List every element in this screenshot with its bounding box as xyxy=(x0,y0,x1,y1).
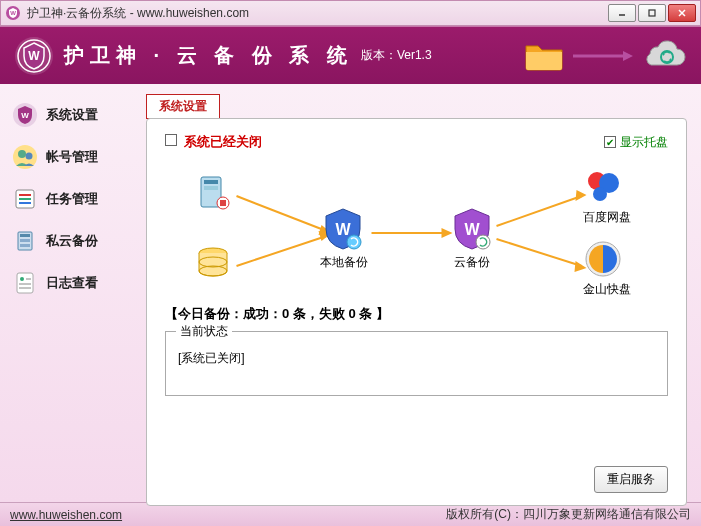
svg-line-40 xyxy=(497,239,582,266)
svg-rect-44 xyxy=(204,186,218,190)
svg-line-38 xyxy=(497,196,582,226)
svg-text:W: W xyxy=(21,111,29,120)
svg-point-51 xyxy=(347,235,361,249)
app-icon: W xyxy=(5,5,21,21)
system-status-text: 系统已经关闭 xyxy=(184,134,262,149)
sidebar-item-tasks[interactable]: 任务管理 xyxy=(6,178,136,220)
folder-icon xyxy=(523,40,565,72)
svg-rect-26 xyxy=(20,244,30,247)
sidebar-item-account[interactable]: 帐号管理 xyxy=(6,136,136,178)
tray-checkbox[interactable]: ✔ xyxy=(604,136,616,148)
footer-copyright: 版权所有(C)：四川万象更新网络通信有限公司 xyxy=(446,506,691,523)
local-backup-label: 本地备份 xyxy=(320,254,368,271)
maximize-button[interactable] xyxy=(638,4,666,22)
svg-text:W: W xyxy=(10,10,16,16)
baidu-node: 百度网盘 xyxy=(583,167,631,226)
app-title: 护卫神 · 云 备 份 系 统 xyxy=(64,42,353,69)
server-icon xyxy=(12,228,38,254)
svg-marker-10 xyxy=(623,51,633,61)
sidebar-item-logs[interactable]: 日志查看 xyxy=(6,262,136,304)
svg-rect-25 xyxy=(20,239,30,242)
cloud-backup-label: 云备份 xyxy=(449,254,495,271)
minimize-button[interactable] xyxy=(608,4,636,22)
cloud-icon xyxy=(641,39,687,73)
jinshan-node: 金山快盘 xyxy=(583,239,631,298)
status-box: 当前状态 [系统已关闭] xyxy=(165,331,668,396)
header-banner: W 护卫神 · 云 备 份 系 统 版本：Ver1.3 xyxy=(0,26,701,84)
window-title: 护卫神·云备份系统 - www.huweishen.com xyxy=(27,5,608,22)
main-area: W 系统设置 帐号管理 任务管理 私云备份 日志查看 系统设置 系统已经关闭 xyxy=(0,84,701,502)
show-tray-label: 显示托盘 xyxy=(620,134,668,151)
svg-rect-3 xyxy=(649,10,655,16)
baidu-label: 百度网盘 xyxy=(583,209,631,226)
sidebar: W 系统设置 帐号管理 任务管理 私云备份 日志查看 xyxy=(0,84,142,502)
sidebar-item-system[interactable]: W 系统设置 xyxy=(6,94,136,136)
system-status-row: 系统已经关闭 xyxy=(165,133,262,151)
window-buttons xyxy=(608,4,696,22)
svg-line-32 xyxy=(237,196,327,231)
sidebar-item-label: 任务管理 xyxy=(46,190,98,208)
svg-rect-43 xyxy=(204,180,218,184)
svg-text:W: W xyxy=(28,49,40,63)
svg-rect-24 xyxy=(20,234,30,237)
status-text: [系统已关闭] xyxy=(178,350,655,367)
tab-system-settings[interactable]: 系统设置 xyxy=(146,94,220,119)
svg-point-53 xyxy=(476,235,490,249)
svg-rect-46 xyxy=(220,200,226,206)
today-summary: 【今日备份：成功：0 条，失败 0 条 】 xyxy=(165,305,668,323)
sidebar-item-label: 日志查看 xyxy=(46,274,98,292)
source-server-icon xyxy=(193,173,233,213)
svg-point-18 xyxy=(26,153,33,160)
close-button[interactable] xyxy=(668,4,696,22)
sidebar-item-label: 帐号管理 xyxy=(46,148,98,166)
footer-url[interactable]: www.huweishen.com xyxy=(10,508,122,522)
svg-text:W: W xyxy=(464,221,480,238)
cloud-backup-node: W 云备份 xyxy=(449,206,495,271)
svg-point-28 xyxy=(20,277,24,281)
status-box-label: 当前状态 xyxy=(176,323,232,340)
svg-rect-27 xyxy=(17,273,33,293)
system-enabled-checkbox[interactable] xyxy=(165,134,177,146)
arrow-icon xyxy=(573,50,633,62)
svg-point-17 xyxy=(18,150,26,158)
content-area: 系统设置 系统已经关闭 ✔ 显示托盘 xyxy=(142,84,701,502)
svg-point-56 xyxy=(593,187,607,201)
show-tray-row[interactable]: ✔ 显示托盘 xyxy=(604,134,668,151)
sidebar-item-label: 私云备份 xyxy=(46,232,98,250)
users-icon xyxy=(12,144,38,170)
tasks-icon xyxy=(12,186,38,212)
log-icon xyxy=(12,270,38,296)
gear-shield-icon: W xyxy=(12,102,38,128)
backup-diagram: W 本地备份 W 云备份 百度网盘 金山快盘 xyxy=(165,161,668,301)
titlebar: W 护卫神·云备份系统 - www.huweishen.com xyxy=(0,0,701,26)
logo-icon: W xyxy=(14,36,54,76)
svg-line-34 xyxy=(237,236,327,266)
local-backup-node: W 本地备份 xyxy=(320,206,368,271)
jinshan-label: 金山快盘 xyxy=(583,281,631,298)
version-label: 版本：Ver1.3 xyxy=(361,47,432,64)
sidebar-item-private[interactable]: 私云备份 xyxy=(6,220,136,262)
restart-service-button[interactable]: 重启服务 xyxy=(594,466,668,493)
svg-text:W: W xyxy=(335,221,351,238)
sidebar-item-label: 系统设置 xyxy=(46,106,98,124)
settings-panel: 系统已经关闭 ✔ 显示托盘 xyxy=(146,118,687,506)
source-db-icon xyxy=(193,243,233,283)
